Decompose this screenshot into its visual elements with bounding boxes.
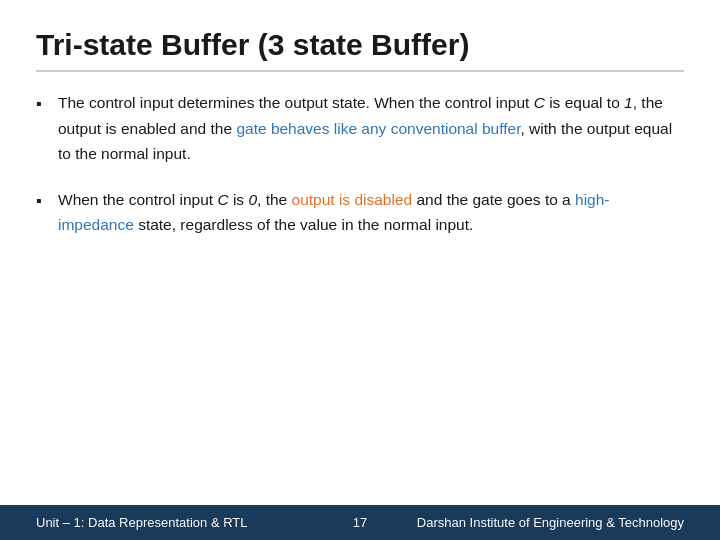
italic-0: 0 [248,191,257,208]
bullet-text-1: The control input determines the output … [58,90,684,167]
italic-c-2: C [217,191,228,208]
highlight-output-disabled: output is disabled [292,191,413,208]
bullet-item-2: ▪ When the control input C is 0, the out… [36,187,684,238]
footer: Unit – 1: Data Representation & RTL 17 D… [0,505,720,540]
footer-left: Unit – 1: Data Representation & RTL [36,515,330,530]
bullet-symbol-2: ▪ [36,188,58,214]
bullet-item-1: ▪ The control input determines the outpu… [36,90,684,167]
footer-right: Darshan Institute of Engineering & Techn… [390,515,684,530]
footer-page-number: 17 [330,515,390,530]
bullet-symbol-1: ▪ [36,91,58,117]
bullet-text-2: When the control input C is 0, the outpu… [58,187,684,238]
highlight-gate-behaves: gate behaves like any conventional buffe… [236,120,520,137]
page-title: Tri-state Buffer (3 state Buffer) [36,28,684,72]
content-area: ▪ The control input determines the outpu… [36,90,684,238]
italic-c-1: C [534,94,545,111]
main-content: Tri-state Buffer (3 state Buffer) ▪ The … [0,0,720,278]
italic-1: 1 [624,94,633,111]
